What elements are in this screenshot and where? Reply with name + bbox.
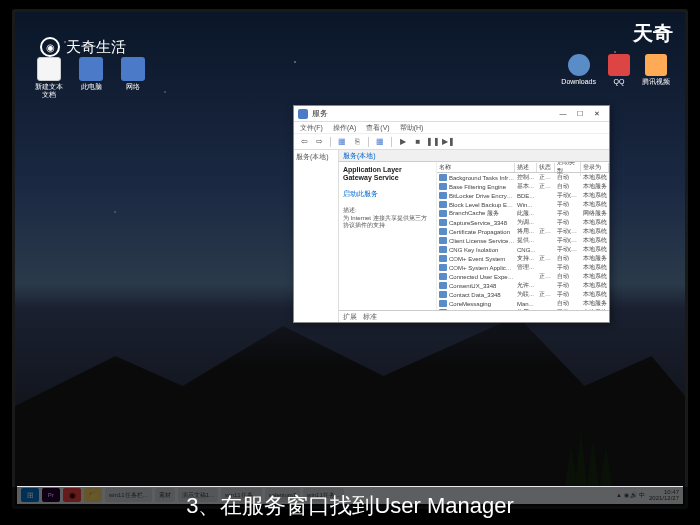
col-status: 状态 [537, 163, 555, 172]
monitor-frame: ◉ 天奇生活 天奇 新建文本文档 此电脑 网络 Downloads QQ 腾讯视… [12, 9, 688, 509]
minimize-button[interactable]: — [555, 108, 571, 120]
desktop-icons-right: Downloads QQ 腾讯视频 [561, 54, 670, 86]
col-logon: 登录为 [581, 163, 609, 172]
menu-help[interactable]: 帮助(H) [400, 123, 424, 133]
tab-standard[interactable]: 标准 [363, 312, 377, 322]
table-row[interactable]: Contact Data_3348为联...正在...手动本地系统 [437, 290, 609, 299]
stop-icon[interactable]: ■ [412, 136, 424, 148]
desc-label: 描述: [343, 207, 432, 215]
forward-icon[interactable]: ⇨ [313, 136, 325, 148]
watermark-icon: ◉ [40, 37, 60, 57]
restart-icon[interactable]: ▶❚ [442, 136, 454, 148]
footer-tabs: 扩展 标准 [339, 310, 609, 322]
table-row[interactable]: Client License Service (Cl...提供...手动(触发.… [437, 236, 609, 245]
desktop-screen: ◉ 天奇生活 天奇 新建文本文档 此电脑 网络 Downloads QQ 腾讯视… [15, 12, 685, 506]
services-rows: Background Tasks Infra...控制...正在...自动本地系… [437, 173, 609, 310]
selected-service-name: Application Layer Gateway Service [343, 166, 432, 183]
table-row[interactable]: COM+ Event System支持...正在...自动本地服务 [437, 254, 609, 263]
play-icon[interactable]: ▶ [397, 136, 409, 148]
service-detail-pane: Application Layer Gateway Service 启动此服务 … [339, 162, 437, 310]
watermark-right: 天奇 [633, 20, 673, 47]
table-row[interactable]: COM+ System Application管理...手动本地系统 [437, 263, 609, 272]
window-icon [298, 109, 308, 119]
menu-file[interactable]: 文件(F) [300, 123, 323, 133]
left-tree[interactable]: 服务(本地) [294, 150, 339, 322]
props-icon[interactable]: ▦ [336, 136, 348, 148]
menu-action[interactable]: 操作(A) [333, 123, 356, 133]
table-row[interactable]: Certificate Propagation将用...正在...手动(触发..… [437, 227, 609, 236]
col-desc: 描述 [515, 163, 537, 172]
desktop-icon-qq[interactable]: QQ [608, 54, 630, 86]
titlebar[interactable]: 服务 — ☐ ✕ [294, 106, 609, 122]
video-caption: 3、在服务窗口找到User Manager [0, 487, 700, 525]
tab-extended[interactable]: 扩展 [343, 312, 357, 322]
watermark-text: 天奇生活 [66, 38, 126, 57]
table-row[interactable]: CNG Key IsolationCNG...手动(触发...本地系统 [437, 245, 609, 254]
maximize-button[interactable]: ☐ [572, 108, 588, 120]
services-body: 服务(本地) 服务(本地) Application Layer Gateway … [294, 150, 609, 322]
table-row[interactable]: Connected User Experien...正在...自动本地系统 [437, 272, 609, 281]
table-row[interactable]: CoreMessagingMan...自动本地服务 [437, 299, 609, 308]
col-name: 名称 [437, 163, 515, 172]
table-row[interactable]: Background Tasks Infra...控制...正在...自动本地系… [437, 173, 609, 182]
table-row[interactable]: Block Level Backup Engi...Win...手动本地系统 [437, 200, 609, 209]
table-row[interactable]: CaptureService_3348为调...手动本地系统 [437, 218, 609, 227]
desktop-icon-textfile[interactable]: 新建文本文档 [33, 57, 65, 98]
table-row[interactable]: Base Filtering Engine基本...正在...自动本地服务 [437, 182, 609, 191]
menubar: 文件(F) 操作(A) 查看(V) 帮助(H) [294, 122, 609, 134]
export-icon[interactable]: ⎘ [351, 136, 363, 148]
services-list: 名称 描述 状态 启动类型 登录为 Background Tasks Infra… [437, 162, 609, 310]
close-button[interactable]: ✕ [589, 108, 605, 120]
menu-view[interactable]: 查看(V) [366, 123, 389, 133]
window-title: 服务 [312, 108, 555, 119]
wallpaper-trees [565, 406, 625, 486]
table-row[interactable]: ConsentUX_3348允许...手动本地系统 [437, 281, 609, 290]
refresh-icon[interactable]: ▦ [374, 136, 386, 148]
watermark-logo: ◉ 天奇生活 [40, 37, 126, 57]
tab-local[interactable]: 服务(本地) [343, 151, 376, 161]
pause-icon[interactable]: ❚❚ [427, 136, 439, 148]
list-header[interactable]: 名称 描述 状态 启动类型 登录为 [437, 162, 609, 173]
service-description: 为 Internet 连接共享提供第三方协议插件的支持 [343, 215, 432, 231]
desktop-icon-tencent[interactable]: 腾讯视频 [642, 54, 670, 86]
desktop-icon-computer[interactable]: 此电脑 [75, 57, 107, 98]
table-row[interactable]: BitLocker Drive Encrypti...BDE...手动(触发..… [437, 191, 609, 200]
desktop-icon-network[interactable]: 网络 [117, 57, 149, 98]
services-window: 服务 — ☐ ✕ 文件(F) 操作(A) 查看(V) 帮助(H) ⇦ ⇨ ▦ ⎘… [293, 105, 610, 323]
services-tabs: 服务(本地) [339, 150, 609, 162]
table-row[interactable]: BranchCache 服务此服...手动网络服务 [437, 209, 609, 218]
desktop-icon-downloads[interactable]: Downloads [561, 54, 596, 86]
desktop-icons-left: 新建文本文档 此电脑 网络 [33, 57, 149, 98]
back-icon[interactable]: ⇦ [298, 136, 310, 148]
toolbar: ⇦ ⇨ ▦ ⎘ ▦ ▶ ■ ❚❚ ▶❚ [294, 134, 609, 150]
start-service-link[interactable]: 启动此服务 [343, 189, 432, 199]
